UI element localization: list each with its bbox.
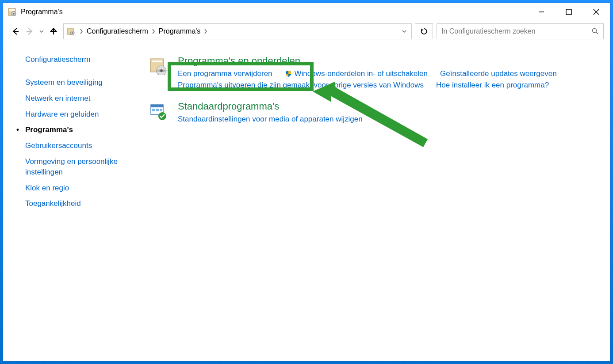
link-windows-features[interactable]: Windows-onderdelen in- of uitschakelen: [285, 69, 428, 78]
category-body: Standaardprogramma's Standaardinstelling…: [178, 101, 601, 125]
sidebar-item-hardware[interactable]: Hardware en geluiden: [25, 109, 140, 120]
navbar: Configuratiescherm Programma's In Config…: [3, 21, 610, 42]
programs-breadcrumb-icon: [66, 27, 75, 36]
link-how-install[interactable]: Hoe installeer ik een programma?: [436, 81, 549, 90]
refresh-button[interactable]: [415, 23, 433, 39]
titlebar: Programma's: [3, 3, 610, 21]
chevron-right-icon[interactable]: [202, 29, 209, 34]
svg-rect-21: [151, 105, 163, 107]
link-view-updates[interactable]: Geïnstalleerde updates weergeven: [440, 69, 557, 78]
sidebar-item-accessibility[interactable]: Toegankelijkheid: [25, 198, 140, 209]
category-default-programs: Standaardprogramma's Standaardinstelling…: [149, 101, 601, 125]
category-links: Standaardinstellingen voor media of appa…: [178, 115, 601, 124]
category-title[interactable]: Programma's en onderdelen: [178, 55, 601, 67]
window-controls: [528, 3, 610, 21]
breadcrumb-programmas[interactable]: Programma's: [158, 27, 202, 35]
nav-arrows: [9, 25, 60, 38]
chevron-right-icon[interactable]: [78, 29, 85, 34]
sidebar-item-accounts[interactable]: Gebruikersaccounts: [25, 140, 140, 151]
category-body: Programma's en onderdelen Een programma …: [178, 55, 601, 90]
link-uninstall-program[interactable]: Een programma verwijderen: [178, 69, 272, 78]
default-programs-icon: [149, 103, 171, 125]
address-bar[interactable]: Configuratiescherm Programma's: [63, 23, 412, 39]
sidebar-item-appearance[interactable]: Vormgeving en persoonlijke instellingen: [25, 156, 140, 178]
maximize-button[interactable]: [555, 3, 582, 21]
control-panel-window: Programma's: [3, 3, 610, 361]
window-title: Programma's: [21, 8, 528, 16]
svg-rect-23: [156, 109, 159, 111]
search-box[interactable]: In Configuratiescherm zoeken: [437, 23, 604, 39]
sidebar-item-network[interactable]: Netwerk en internet: [25, 93, 140, 104]
search-placeholder: In Configuratiescherm zoeken: [441, 27, 592, 35]
sidebar-home-link[interactable]: Configuratiescherm: [25, 55, 140, 64]
history-dropdown[interactable]: [38, 29, 46, 34]
link-windows-features-text: Windows-onderdelen in- of uitschakelen: [295, 69, 428, 78]
sidebar-item-clock[interactable]: Klok en regio: [25, 183, 140, 193]
svg-point-12: [72, 32, 73, 34]
svg-rect-5: [566, 9, 571, 15]
content-area: Configuratiescherm Systeem en beveiligin…: [3, 42, 610, 361]
chevron-right-icon[interactable]: [150, 29, 157, 34]
svg-rect-16: [152, 61, 162, 62]
address-dropdown[interactable]: [402, 29, 409, 34]
main-panel: Programma's en onderdelen Een programma …: [149, 42, 610, 361]
programs-icon: [8, 8, 16, 16]
breadcrumb-configuratiescherm[interactable]: Configuratiescherm: [86, 27, 149, 35]
link-run-compatibility[interactable]: Programma's uitvoeren die zijn gemaakt v…: [178, 81, 424, 90]
sidebar-item-system[interactable]: Systeem en beveiliging: [25, 77, 140, 88]
minimize-button[interactable]: [528, 3, 555, 21]
programs-features-icon: [149, 57, 171, 80]
close-button[interactable]: [582, 3, 610, 21]
shield-icon: [285, 70, 292, 77]
search-icon: [592, 28, 599, 35]
sidebar-item-programs[interactable]: Programma's: [25, 125, 140, 135]
svg-rect-22: [152, 109, 155, 111]
svg-point-13: [593, 29, 597, 33]
link-media-defaults[interactable]: Standaardinstellingen voor media of appa…: [178, 115, 363, 124]
up-button[interactable]: [47, 25, 60, 38]
back-button[interactable]: [9, 25, 22, 38]
svg-line-14: [596, 32, 598, 34]
forward-button[interactable]: [23, 25, 36, 38]
category-links: Een programma verwijderen: [178, 69, 601, 90]
svg-point-19: [160, 69, 163, 72]
svg-rect-1: [9, 9, 15, 11]
category-title[interactable]: Standaardprogramma's: [178, 101, 601, 112]
svg-rect-24: [160, 109, 162, 111]
sidebar: Configuratiescherm Systeem en beveiligin…: [3, 42, 149, 361]
category-programs-features: Programma's en onderdelen Een programma …: [149, 55, 601, 90]
svg-point-3: [13, 13, 15, 15]
